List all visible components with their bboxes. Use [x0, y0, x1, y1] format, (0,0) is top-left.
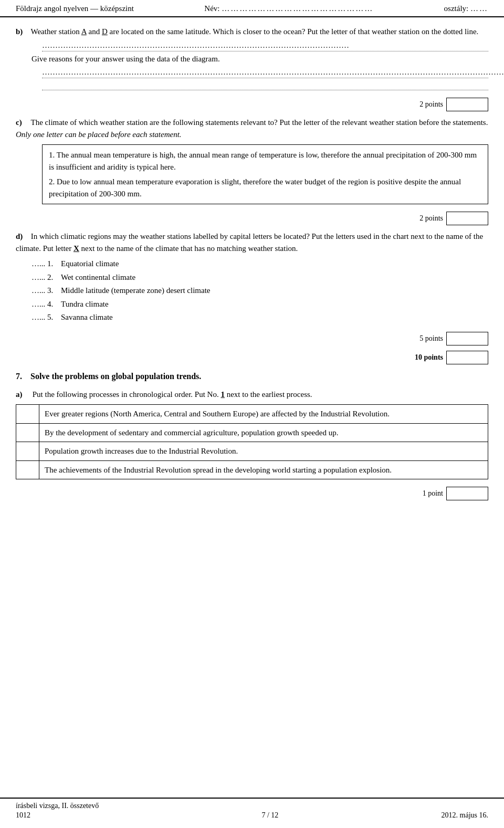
- points-label-b: 2 points: [419, 100, 443, 109]
- table-num-cell-3: [16, 442, 39, 461]
- table-text-cell-3: Population growth increases due to the I…: [39, 442, 488, 461]
- table-row: Ever greater regions (North America, Cen…: [16, 405, 488, 424]
- section-7a: a) Put the following processes in chrono…: [16, 389, 488, 480]
- section-d-text: d) In which climatic regions may the wea…: [16, 230, 488, 254]
- table-text-cell-2: By the development of sedentary and comm…: [39, 423, 488, 442]
- points-row-7a: 1 point: [16, 487, 488, 500]
- points-row-d: 5 points: [16, 332, 488, 345]
- table-num-cell-4: [16, 460, 39, 479]
- points-square-7a: [446, 487, 488, 500]
- footer-date: 2012. május 16.: [442, 811, 488, 820]
- section-b: b) Weather station A and D are located o…: [16, 26, 488, 90]
- table-row: Population growth increases due to the I…: [16, 442, 488, 461]
- climate-list: …... 1. Equatorial climate …... 2. Wet c…: [32, 257, 488, 324]
- table-num-cell-1: [16, 405, 39, 424]
- section-7-header: 7. Solve the problems on global populati…: [16, 372, 488, 381]
- points-label-d: 5 points: [419, 334, 443, 343]
- section-7a-text: a) Put the following processes in chrono…: [16, 389, 488, 401]
- section-b-text: b) Weather station A and D are located o…: [16, 26, 488, 38]
- section-c-boxed-list: 1. The annual mean temperature is high, …: [42, 144, 488, 204]
- chron-table: Ever greater regions (North America, Cen…: [16, 404, 488, 479]
- points-square-b: [446, 98, 488, 111]
- points-row-c: 2 points: [16, 212, 488, 225]
- content: b) Weather station A and D are located o…: [0, 17, 504, 537]
- table-text-cell-4: The achievements of the Industrial Revol…: [39, 460, 488, 479]
- footer-line1: írásbeli vizsga, II. összetevő: [16, 802, 99, 810]
- points-label-7a: 1 point: [423, 489, 443, 498]
- table-num-cell-2: [16, 423, 39, 442]
- footer-line2: 1012: [16, 811, 99, 820]
- table-text-cell-1: Ever greater regions (North America, Cen…: [39, 405, 488, 424]
- give-reasons: Give reasons for your answer using the d…: [16, 53, 488, 65]
- header-right: osztály: ……: [444, 4, 488, 13]
- climate-item-3: …... 3. Middle latitude (temperate zone)…: [32, 284, 488, 298]
- climate-item-2: …... 2. Wet continental climate: [32, 271, 488, 285]
- footer-page: 7 / 12: [261, 811, 278, 820]
- page-wrapper: Földrajz angol nyelven — középszint Név:…: [0, 0, 504, 828]
- climate-item-1: …... 1. Equatorial climate: [32, 257, 488, 271]
- header-center: Név: ……………………………………………: [204, 4, 373, 13]
- points-box-total: 10 points: [415, 351, 488, 364]
- table-row: The achievements of the Industrial Revol…: [16, 460, 488, 479]
- points-box-c: 2 points: [419, 212, 488, 225]
- points-square-c: [446, 212, 488, 225]
- section-c-item-2: 2. Due to low annual mean temperature ev…: [49, 176, 481, 200]
- points-square-total: [446, 351, 488, 364]
- climate-item-4: …... 4. Tundra climate: [32, 298, 488, 311]
- header-left: Földrajz angol nyelven — középszint: [16, 4, 134, 13]
- answer-line-b2[interactable]: ……………………………………………………………………………………………………………: [42, 68, 488, 90]
- points-box-d: 5 points: [419, 332, 488, 345]
- page-header: Földrajz angol nyelven — középszint Név:…: [0, 0, 504, 17]
- section-c-text: c) The climate of which weather station …: [16, 117, 488, 140]
- section-7: 7. Solve the problems on global populati…: [16, 372, 488, 381]
- points-box-b: 2 points: [419, 98, 488, 111]
- section-c-item-1: 1. The annual mean temperature is high, …: [49, 149, 481, 173]
- points-box-7a: 1 point: [423, 487, 488, 500]
- section-c: c) The climate of which weather station …: [16, 117, 488, 204]
- climate-item-5: …... 5. Savanna climate: [32, 311, 488, 324]
- page-footer: írásbeli vizsga, II. összetevő 1012 7 / …: [0, 798, 504, 823]
- table-row: By the development of sedentary and comm…: [16, 423, 488, 442]
- points-row-b: 2 points: [16, 98, 488, 111]
- answer-line-b1[interactable]: ………………………………………………………………………………………………………: [42, 41, 488, 51]
- section-d: d) In which climatic regions may the wea…: [16, 230, 488, 324]
- footer-left: írásbeli vizsga, II. összetevő 1012: [16, 802, 99, 820]
- points-label-total: 10 points: [415, 353, 443, 362]
- ten-points-row: 10 points: [16, 351, 488, 364]
- points-label-c: 2 points: [419, 214, 443, 223]
- points-square-d: [446, 332, 488, 345]
